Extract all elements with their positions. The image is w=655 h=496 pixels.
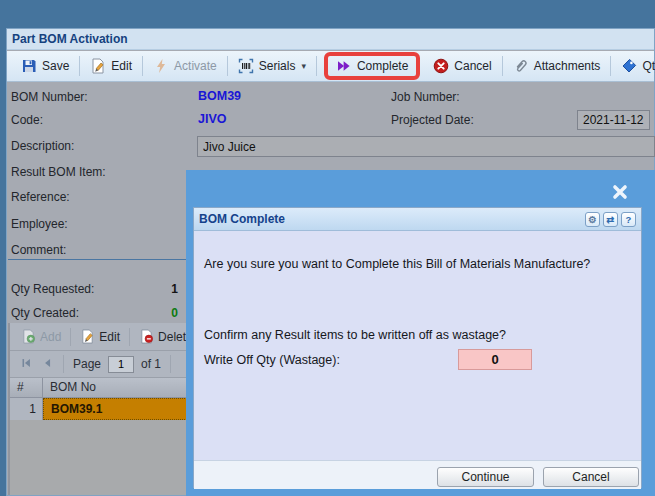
toolbar-separator [63,355,64,373]
cancel-circle-icon [433,58,449,74]
comment-label: Comment: [11,243,66,257]
writeoff-qty-input[interactable] [458,349,532,370]
cancel-button[interactable]: Cancel [425,58,499,74]
column-header-num[interactable]: # [10,378,43,397]
serials-button[interactable]: Serials ▾ [230,58,314,74]
column-header-bom-no[interactable]: BOM No [43,378,188,397]
prev-page-icon[interactable] [40,356,54,373]
edit-button[interactable]: Edit [82,58,140,74]
dialog-cancel-button[interactable]: Cancel [543,467,639,487]
continue-button[interactable]: Continue [437,467,534,487]
projected-date-label: Projected Date: [391,113,474,127]
dialog-title: BOM Complete [199,212,582,226]
panel-title: Part BOM Activation [7,29,654,50]
delete-page-icon [139,329,154,344]
barcode-icon [238,58,254,74]
add-button[interactable]: Add [14,329,68,344]
qty-requested-value: 1 [156,282,178,296]
toolbar-separator [227,56,228,76]
qty-created-label: Qty Created: [11,306,79,320]
code-label: Code: [11,113,43,127]
toolbar-separator [502,56,503,76]
description-label: Description: [11,139,74,153]
toolbar-separator [170,355,171,373]
save-button[interactable]: Save [13,58,77,74]
code-value: JIVO [198,112,227,126]
tag-icon [621,58,637,74]
attachments-button[interactable]: Attachments [505,58,609,74]
bom-complete-modal: BOM Complete ⚙ ⇄ ? Are you sure you want… [186,170,655,496]
page-label: Page [73,357,101,371]
separator-line [8,259,186,260]
save-icon [21,58,37,74]
add-page-icon [21,329,36,344]
part-bom-activation-window: Part BOM Activation Save Edit Activate S… [0,0,655,496]
gear-icon[interactable]: ⚙ [585,212,600,227]
qty-created-value: 0 [156,306,178,320]
main-toolbar: Save Edit Activate Serials ▾ Complete Ca… [7,51,654,82]
wastage-confirm-text: Confirm any Result items to be written o… [204,328,506,342]
row-number-cell: 1 [10,398,43,420]
projected-date-input[interactable] [577,110,650,130]
qty-requested-label: Qty Requested: [11,282,94,296]
close-icon[interactable] [611,183,631,203]
toolbar-separator [79,56,80,76]
complete-button[interactable]: Complete [331,58,413,74]
job-number-label: Job Number: [391,90,460,104]
dialog-footer: Continue Cancel [194,460,641,489]
page-of-label: of 1 [141,357,161,371]
bom-number-label: BOM Number: [11,90,88,104]
toolbar-separator [142,56,143,76]
toolbar-separator [316,56,317,76]
dialog-header: BOM Complete ⚙ ⇄ ? [194,208,641,231]
first-page-icon[interactable] [19,356,33,373]
page-number-input[interactable] [108,356,134,373]
toolbar-separator [70,328,71,346]
writeoff-label: Write Off Qty (Wastage): [204,353,340,367]
result-bom-item-label: Result BOM Item: [11,165,106,179]
confirm-question-text: Are you sure you want to Complete this B… [204,257,590,271]
paperclip-icon [513,58,529,74]
edit-icon [80,329,95,344]
fast-forward-icon [336,58,352,74]
reference-label: Reference: [11,190,70,204]
refresh-icon[interactable]: ⇄ [603,212,618,227]
highlight-box: Complete [324,52,420,80]
bom-number-value: BOM39 [198,89,241,103]
edit-icon [90,58,106,74]
description-input[interactable] [197,136,655,157]
employee-label: Employee: [11,217,68,231]
lightning-icon [153,58,169,74]
toolbar-separator [129,328,130,346]
grid-edit-button[interactable]: Edit [73,329,127,344]
toolbar-separator [610,56,611,76]
help-icon[interactable]: ? [621,212,636,227]
qty-query-button[interactable]: Qty Query [613,58,655,74]
chevron-down-icon: ▾ [301,61,306,71]
activate-button[interactable]: Activate [145,58,225,74]
bom-complete-dialog: BOM Complete ⚙ ⇄ ? Are you sure you want… [193,207,642,488]
